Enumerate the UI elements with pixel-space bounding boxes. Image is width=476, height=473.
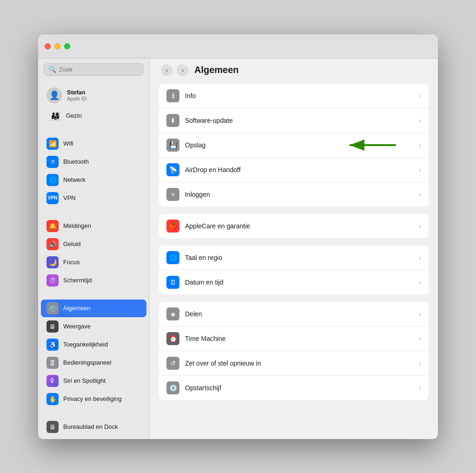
timemachine-label: Time Machine: [185, 335, 419, 342]
bluetooth-label: Bluetooth: [63, 158, 89, 165]
datum-label: Datum en tijd: [185, 279, 419, 286]
settings-group-2: 🍎 AppleCare en garantie ›: [159, 214, 429, 238]
settings-row-taal[interactable]: 🌐 Taal en regio ›: [159, 246, 429, 270]
settings-group-1: ℹ Info › ⬇ Software-update ›: [159, 84, 429, 207]
settings-row-inloggen[interactable]: ≡ Inloggen ›: [159, 182, 429, 207]
info-icon: ℹ: [166, 89, 179, 102]
forward-button[interactable]: ›: [177, 64, 189, 76]
notifications-section: 🔔 Meldingen 🔊 Geluid 🌙 Focus: [38, 215, 149, 292]
sidebar-item-wifi[interactable]: 📶 Wifi: [41, 135, 146, 153]
system-section: ⚙️ Algemeen 🖥 Weergave ♿ Toegankelijkhei…: [38, 297, 149, 410]
toegankelijkheid-label: Toegankelijkheid: [63, 341, 108, 348]
siri-label: Siri en Spotlight: [63, 377, 106, 384]
sidebar-item-meldingen[interactable]: 🔔 Meldingen: [41, 217, 146, 235]
panel-title: Algemeen: [194, 65, 239, 75]
weergave-label: Weergave: [63, 323, 91, 330]
settings-group-4: ◈ Delen › ⏰ Time Machine › ↺: [159, 302, 429, 400]
focus-icon: 🌙: [46, 256, 59, 268]
inloggen-label: Inloggen: [185, 191, 419, 198]
bureaublad-label: Bureaublad en Dock: [63, 423, 118, 430]
geluid-label: Geluid: [63, 240, 81, 247]
search-icon: 🔍: [49, 66, 56, 73]
sidebar-item-bureaublad[interactable]: 🖥 Bureaublad en Dock: [41, 418, 146, 436]
sidebar-item-gezin[interactable]: 👨‍👩‍👧 Gezin: [44, 107, 144, 125]
settings-row-delen[interactable]: ◈ Delen ›: [159, 302, 429, 326]
user-name: Stefan: [67, 89, 86, 96]
settings-group-3: 🌐 Taal en regio › 🗓 Datum en tijd ›: [159, 246, 429, 294]
bedieningspaneel-icon: 🎛: [46, 357, 59, 369]
settings-row-zet-over[interactable]: ↺ Zet over of stel opnieuw in ›: [159, 351, 429, 376]
sidebar-item-netwerk[interactable]: 🌐 Netwerk: [41, 171, 146, 189]
content-area: 🔍 👤 Stefan Apple ID 👨‍👩‍👧 Gezin: [38, 59, 438, 439]
datum-icon: 🗓: [166, 276, 179, 289]
back-button[interactable]: ‹: [161, 64, 173, 76]
minimize-button[interactable]: [54, 43, 60, 49]
delen-icon: ◈: [166, 307, 179, 320]
vpn-icon: VPN: [46, 192, 59, 204]
settings-row-applecare[interactable]: 🍎 AppleCare en garantie ›: [159, 214, 429, 238]
opstartschijf-icon: 💿: [166, 381, 179, 394]
delen-label: Delen: [185, 310, 419, 318]
toegankelijkheid-icon: ♿: [46, 339, 59, 351]
sidebar-item-privacy[interactable]: ✋ Privacy en beveiliging: [41, 390, 146, 408]
sidebar-item-vpn[interactable]: VPN VPN: [41, 189, 146, 207]
chevron-icon: ›: [419, 222, 421, 230]
opslag-icon: 💾: [166, 139, 179, 152]
wifi-label: Wifi: [63, 140, 73, 147]
settings-list: ℹ Info › ⬇ Software-update ›: [150, 84, 438, 407]
schermtijd-icon: ⏱: [46, 274, 59, 286]
sidebar-item-schermtijd[interactable]: ⏱ Schermtijd: [41, 272, 146, 289]
settings-row-datum[interactable]: 🗓 Datum en tijd ›: [159, 270, 429, 294]
sidebar-item-toegankelijkheid[interactable]: ♿ Toegankelijkheid: [41, 336, 146, 353]
settings-row-timemachine[interactable]: ⏰ Time Machine ›: [159, 326, 429, 351]
gezin-label: Gezin: [66, 112, 82, 119]
sidebar-item-algemeen[interactable]: ⚙️ Algemeen: [41, 300, 146, 317]
taal-label: Taal en regio: [185, 254, 419, 261]
info-label: Info: [185, 92, 419, 100]
sidebar-item-siri[interactable]: 🎙 Siri en Spotlight: [41, 372, 146, 390]
sidebar-item-bluetooth[interactable]: 𝔅 Bluetooth: [41, 153, 146, 171]
sidebar: 🔍 👤 Stefan Apple ID 👨‍👩‍👧 Gezin: [38, 59, 150, 439]
zet-over-label: Zet over of stel opnieuw in: [185, 360, 419, 367]
user-profile-item[interactable]: 👤 Stefan Apple ID: [41, 85, 146, 106]
algemeen-icon: ⚙️: [46, 302, 59, 314]
chevron-icon: ›: [419, 141, 421, 149]
settings-row-opstartschijf[interactable]: 💿 Opstartschijf ›: [159, 376, 429, 400]
vpn-label: VPN: [63, 194, 76, 201]
bureaublad-icon: 🖥: [46, 421, 59, 433]
chevron-icon: ›: [419, 254, 421, 261]
inloggen-icon: ≡: [166, 188, 179, 201]
geluid-icon: 🔊: [46, 238, 59, 250]
gezin-icon: 👨‍👩‍👧: [49, 110, 61, 122]
user-info: Stefan Apple ID: [67, 89, 86, 101]
chevron-icon: ›: [419, 279, 421, 286]
titlebar: [38, 34, 438, 59]
sidebar-item-geluid[interactable]: 🔊 Geluid: [41, 235, 146, 253]
sidebar-item-beeldschermen[interactable]: ✨ Beeldschermen: [41, 436, 146, 439]
close-button[interactable]: [45, 43, 51, 49]
meldingen-label: Meldingen: [63, 222, 91, 229]
network-section: 📶 Wifi 𝔅 Bluetooth 🌐 Netwerk VPN VPN: [38, 133, 149, 209]
search-bar[interactable]: 🔍: [44, 63, 144, 76]
settings-row-airdrop[interactable]: 📡 AirDrop en Handoff ›: [159, 158, 429, 182]
schermtijd-label: Schermtijd: [63, 277, 92, 284]
green-arrow-annotation: [340, 138, 401, 152]
chevron-icon: ›: [419, 384, 421, 392]
settings-row-software-update[interactable]: ⬇ Software-update ›: [159, 108, 429, 133]
settings-row-opslag[interactable]: 💾 Opslag ›: [159, 133, 429, 158]
algemeen-label: Algemeen: [63, 305, 91, 312]
airdrop-icon: 📡: [166, 163, 179, 176]
chevron-icon: ›: [419, 310, 421, 318]
sidebar-item-bedieningspaneel[interactable]: 🎛 Bedieningspaneel: [41, 354, 146, 372]
search-input[interactable]: [59, 66, 139, 73]
sidebar-item-weergave[interactable]: 🖥 Weergave: [41, 318, 146, 335]
main-panel: ‹ › Algemeen ℹ Info › ⬇: [150, 59, 438, 439]
maximize-button[interactable]: [64, 43, 70, 49]
airdrop-label: AirDrop en Handoff: [185, 166, 419, 173]
chevron-icon: ›: [419, 360, 421, 367]
settings-row-info[interactable]: ℹ Info ›: [159, 84, 429, 108]
weergave-icon: 🖥: [46, 320, 59, 333]
sidebar-item-focus[interactable]: 🌙 Focus: [41, 253, 146, 271]
chevron-icon: ›: [419, 335, 421, 342]
applecare-label: AppleCare en garantie: [185, 222, 419, 230]
